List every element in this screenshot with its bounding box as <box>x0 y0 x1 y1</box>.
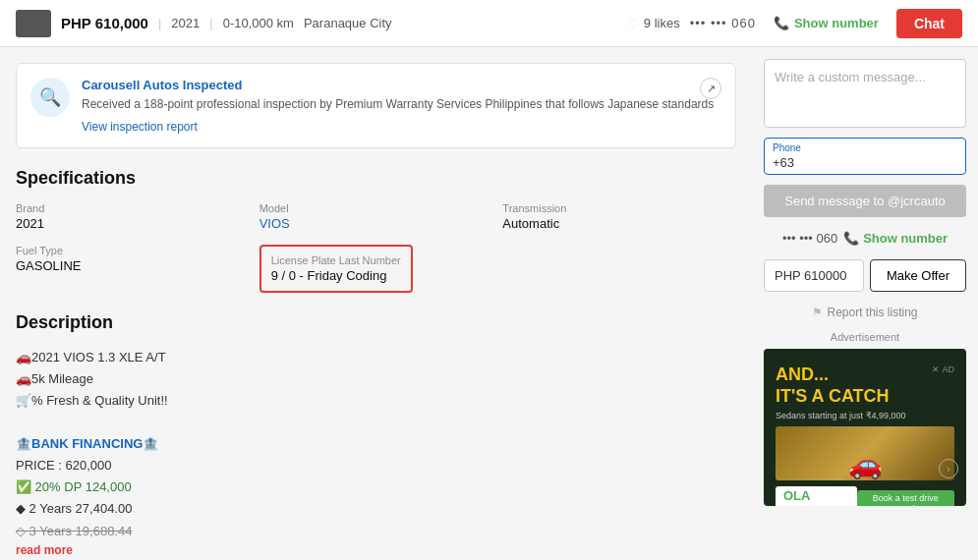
desc-line-6: PRICE : 620,000 <box>16 455 736 476</box>
spec-fuel: Fuel Type GASOLINE <box>16 245 250 293</box>
ad-logo-row: OLA CARS Book a test drive now! <box>776 486 954 506</box>
divider-2: | <box>209 16 212 30</box>
book-test-drive-button[interactable]: Book a test drive now! <box>857 490 954 506</box>
desc-line-4 <box>16 412 736 433</box>
listing-price: PHP 610,000 <box>61 15 148 31</box>
brand-label: Brand <box>16 202 250 214</box>
ad-car-image: 🚗 <box>776 426 954 480</box>
price-display: PHP 610000 <box>764 259 864 292</box>
spec-brand: Brand 2021 <box>16 202 250 231</box>
phone-field-group: Phone <box>764 138 966 175</box>
desc-line-2: 🚗5k Mileage <box>16 368 736 390</box>
header-bar: PHP 610,000 | 2021 | 0-10,000 km Paranaq… <box>0 0 978 47</box>
sidebar-number-row: ••• ••• 060 📞 Show number <box>764 231 966 246</box>
divider-1: | <box>158 16 161 30</box>
brand-value: 2021 <box>16 216 250 231</box>
make-offer-button[interactable]: Make Offer <box>870 259 966 292</box>
transmission-value: Automatic <box>502 216 736 231</box>
likes-count: ♡ 9 likes <box>627 16 680 31</box>
description-section: Description 🚗2021 VIOS 1.3 XLE A/T 🚗5k M… <box>16 312 736 557</box>
left-content: 🔍 Carousell Autos Inspected Received a 1… <box>0 47 752 560</box>
report-listing[interactable]: ⚑ Report this listing <box>764 306 966 319</box>
inspection-info: Carousell Autos Inspected Received a 188… <box>82 78 714 134</box>
desc-line-7: ✅ 20% DP 124,000 <box>16 476 736 498</box>
inspection-card: 🔍 Carousell Autos Inspected Received a 1… <box>16 63 736 148</box>
header-phone-dots: ••• ••• 060 <box>690 16 756 30</box>
desc-line-1: 🚗2021 VIOS 1.3 XLE A/T <box>16 347 736 368</box>
chat-button[interactable]: Chat <box>896 9 962 38</box>
show-number-sidebar-button[interactable]: 📞 Show number <box>843 231 948 246</box>
ad-chevron[interactable]: › <box>939 459 958 478</box>
listing-location: Paranaque City <box>304 16 392 30</box>
show-number-header-button[interactable]: 📞 Show number <box>766 12 887 34</box>
ad-block[interactable]: AND... IT'S A CATCH Sedans starting at j… <box>764 349 966 506</box>
ad-close[interactable]: ✕ AD <box>932 364 954 374</box>
ola-logo: OLA CARS <box>776 486 857 506</box>
offer-row: PHP 610000 Make Offer <box>764 259 966 292</box>
model-label: Model <box>259 202 493 214</box>
specifications-title: Specifications <box>16 168 736 189</box>
main-layout: 🔍 Carousell Autos Inspected Received a 1… <box>0 47 978 560</box>
desc-line-9: ◇ 3 Years 19,688.44 <box>16 521 736 542</box>
inspection-link[interactable]: View inspection report <box>82 120 198 134</box>
send-message-button[interactable]: Send message to @jcrcauto <box>764 185 966 217</box>
car-silhouette: 🚗 <box>848 448 883 480</box>
flag-icon: ⚑ <box>812 306 823 319</box>
right-sidebar: Write a custom message... Phone Send mes… <box>752 47 978 560</box>
phone-field-label: Phone <box>773 142 957 153</box>
fuel-label: Fuel Type <box>16 245 250 256</box>
inspection-icon: 🔍 <box>30 78 70 117</box>
car-thumbnail <box>16 10 51 37</box>
desc-line-8: ◆ 2 Years 27,404.00 <box>16 498 736 520</box>
license-plate-box: License Plate Last Number 9 / 0 - Friday… <box>259 245 413 293</box>
desc-line-3: 🛒% Fresh & Quality Unit!! <box>16 390 736 412</box>
inspection-desc: Received a 188-point professional inspec… <box>82 96 714 113</box>
license-label: License Plate Last Number <box>271 254 401 266</box>
message-placeholder: Write a custom message... <box>775 70 926 84</box>
listing-mileage: 0-10,000 km <box>223 16 294 30</box>
listing-year: 2021 <box>171 16 200 30</box>
phone-green-icon: 📞 <box>843 231 859 246</box>
spec-grid: Brand 2021 Model VIOS Transmission Autom… <box>16 202 736 293</box>
ad-label: Advertisement <box>764 331 966 343</box>
specifications-section: Specifications Brand 2021 Model VIOS Tra… <box>16 168 736 293</box>
phone-icon: 📞 <box>774 16 789 30</box>
ad-inner: AND... IT'S A CATCH Sedans starting at j… <box>764 349 966 506</box>
license-value: 9 / 0 - Friday Coding <box>271 268 401 283</box>
sidebar-phone-dots: ••• ••• 060 <box>782 231 837 246</box>
heart-icon: ♡ <box>627 16 640 31</box>
inspection-title: Carousell Autos Inspected <box>82 78 714 92</box>
external-link-icon[interactable]: ↗ <box>700 78 721 99</box>
message-box[interactable]: Write a custom message... <box>764 59 966 128</box>
phone-input[interactable] <box>773 155 957 170</box>
description-title: Description <box>16 312 736 333</box>
desc-line-5: 🏦BANK FINANCING🏦 <box>16 433 736 455</box>
spec-transmission: Transmission Automatic <box>502 202 736 231</box>
fuel-value: GASOLINE <box>16 258 250 273</box>
model-value: VIOS <box>259 216 493 231</box>
spec-model: Model VIOS <box>259 202 493 231</box>
spec-license: License Plate Last Number 9 / 0 - Friday… <box>259 245 493 293</box>
transmission-label: Transmission <box>502 202 736 214</box>
ad-headline-1: AND... IT'S A CATCH <box>776 364 906 407</box>
ad-sub: Sedans starting at just ₹4,99,000 <box>776 411 906 420</box>
read-more-link[interactable]: read more <box>16 543 73 557</box>
